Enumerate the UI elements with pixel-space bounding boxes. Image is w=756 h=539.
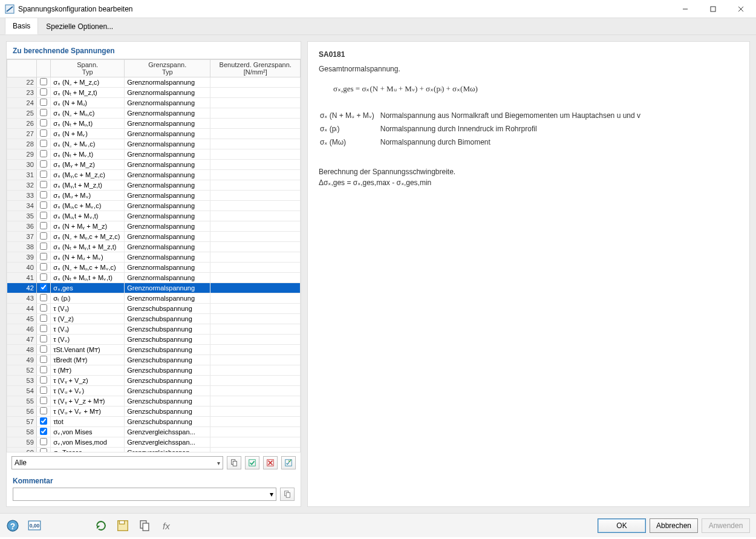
row-checkbox[interactable] xyxy=(40,304,47,312)
stress-type-cell[interactable]: σᵥ,Tresca xyxy=(51,448,125,452)
col-grenzspann-typ[interactable]: Grenzspann.Typ xyxy=(125,60,210,77)
row-checkbox-cell[interactable] xyxy=(36,335,50,345)
stress-type-cell[interactable]: σₓ (Mᵧ,c + M_z,c) xyxy=(51,170,125,180)
limit-type-cell[interactable]: Grenznormalspannung xyxy=(125,98,210,108)
stress-type-cell[interactable]: τBredt (Mᴛ) xyxy=(51,355,125,365)
row-checkbox-cell[interactable] xyxy=(36,304,50,314)
limit-type-cell[interactable]: Grenzschubspannung xyxy=(125,396,210,407)
user-limit-cell[interactable] xyxy=(210,88,301,98)
row-checkbox-cell[interactable] xyxy=(36,345,50,355)
stress-type-cell[interactable]: τ (Vᵥ) xyxy=(51,335,125,345)
user-limit-cell[interactable] xyxy=(210,427,301,437)
table-row[interactable]: 36σₓ (N + Mᵧ + M_z)Grenznormalspannung xyxy=(7,221,301,232)
table-row[interactable]: 56τ (Vᵤ + Vᵥ + Mᴛ)Grenzschubspannung xyxy=(7,407,301,417)
user-limit-cell[interactable] xyxy=(210,139,301,149)
user-limit-cell[interactable] xyxy=(210,180,301,191)
stress-type-cell[interactable]: σₓ (Nₜ + Mᵤ,t + Mᵥ,t) xyxy=(51,273,125,283)
row-checkbox-cell[interactable] xyxy=(36,221,50,232)
user-limit-cell[interactable] xyxy=(210,417,301,427)
row-checkbox[interactable] xyxy=(40,119,47,126)
row-checkbox[interactable] xyxy=(40,376,47,384)
stress-type-cell[interactable]: σₓ (N + Mᵥ) xyxy=(51,129,125,139)
limit-type-cell[interactable]: Grenzschubspannung xyxy=(125,314,210,324)
limit-type-cell[interactable]: Grenzschubspannung xyxy=(125,345,210,355)
user-limit-cell[interactable] xyxy=(210,273,301,283)
limit-type-cell[interactable]: Grenzvergleichsspan... xyxy=(125,448,210,452)
row-checkbox-cell[interactable] xyxy=(36,98,50,108)
stress-table-scroll[interactable]: Spann.Typ Grenzspann.Typ Benutzerd. Gren… xyxy=(7,59,301,452)
stress-type-cell[interactable]: σₓ (Nₜ + Mᵥ,t) xyxy=(51,149,125,160)
table-row[interactable]: 53τ (Vᵧ + V_z)Grenzschubspannung xyxy=(7,376,301,386)
row-checkbox[interactable] xyxy=(40,212,47,219)
row-checkbox[interactable] xyxy=(40,253,47,260)
stress-type-cell[interactable]: σₓ (Mᵧ,t + M_z,t) xyxy=(51,180,125,191)
tab-basis[interactable]: Basis xyxy=(5,18,38,34)
row-checkbox-cell[interactable] xyxy=(36,314,50,324)
row-checkbox-cell[interactable] xyxy=(36,180,50,191)
limit-type-cell[interactable]: Grenznormalspannung xyxy=(125,170,210,180)
function-icon[interactable]: fx xyxy=(160,519,173,532)
row-checkbox[interactable] xyxy=(40,335,47,342)
row-checkbox[interactable] xyxy=(40,273,47,281)
user-limit-cell[interactable] xyxy=(210,345,301,355)
stress-type-cell[interactable]: τ (Vᵤ + Vᵥ + Mᴛ) xyxy=(51,407,125,417)
table-row[interactable]: 30σₓ (Mᵧ + M_z)Grenznormalspannung xyxy=(7,160,301,170)
kommentar-insert-button[interactable] xyxy=(280,488,295,501)
table-row[interactable]: 43σₜ (pᵢ)Grenznormalspannung xyxy=(7,293,301,304)
row-checkbox-cell[interactable] xyxy=(36,263,50,273)
table-row[interactable]: 44τ (Vᵧ)Grenzschubspannung xyxy=(7,304,301,314)
row-checkbox-cell[interactable] xyxy=(36,365,50,376)
stress-type-cell[interactable]: σₓ (Mᵤ + Mᵥ) xyxy=(51,191,125,201)
user-limit-cell[interactable] xyxy=(210,324,301,335)
row-checkbox-cell[interactable] xyxy=(36,386,50,396)
row-checkbox[interactable] xyxy=(40,232,47,240)
limit-type-cell[interactable]: Grenznormalspannung xyxy=(125,232,210,242)
user-limit-cell[interactable] xyxy=(210,160,301,170)
user-limit-cell[interactable] xyxy=(210,448,301,452)
units-icon[interactable]: 0,00 xyxy=(28,519,41,532)
limit-type-cell[interactable]: Grenznormalspannung xyxy=(125,283,210,293)
row-checkbox-cell[interactable] xyxy=(36,242,50,252)
user-limit-cell[interactable] xyxy=(210,242,301,252)
col-spann-typ[interactable]: Spann.Typ xyxy=(51,60,125,77)
row-checkbox-cell[interactable] xyxy=(36,252,50,263)
filter-combo[interactable]: Alle ▾ xyxy=(11,456,223,469)
row-checkbox[interactable] xyxy=(40,160,47,168)
limit-type-cell[interactable]: Grenznormalspannung xyxy=(125,149,210,160)
table-row[interactable]: 33σₓ (Mᵤ + Mᵥ)Grenznormalspannung xyxy=(7,191,301,201)
maximize-button[interactable] xyxy=(699,0,727,18)
row-checkbox-cell[interactable] xyxy=(36,77,50,88)
limit-type-cell[interactable]: Grenznormalspannung xyxy=(125,293,210,304)
user-limit-cell[interactable] xyxy=(210,129,301,139)
stress-type-cell[interactable]: τ (Mᴛ) xyxy=(51,365,125,376)
row-checkbox-cell[interactable] xyxy=(36,417,50,427)
stress-type-cell[interactable]: σₓ (Nₜ + Mᵤ,t) xyxy=(51,119,125,129)
stress-type-cell[interactable]: σₓ (N꜀ + M_z,c) xyxy=(51,77,125,88)
row-checkbox-cell[interactable] xyxy=(36,108,50,119)
row-checkbox[interactable] xyxy=(40,181,47,188)
ok-button[interactable]: OK xyxy=(598,518,646,533)
limit-type-cell[interactable]: Grenznormalspannung xyxy=(125,221,210,232)
copy-button[interactable] xyxy=(227,456,241,469)
user-limit-cell[interactable] xyxy=(210,201,301,211)
row-checkbox-cell[interactable] xyxy=(36,119,50,129)
row-checkbox[interactable] xyxy=(40,99,47,106)
col-user-limit[interactable]: Benutzerd. Grenzspann.[N/mm²] xyxy=(210,60,301,77)
table-row[interactable]: 46τ (Vᵤ)Grenzschubspannung xyxy=(7,324,301,335)
user-limit-cell[interactable] xyxy=(210,355,301,365)
row-checkbox[interactable] xyxy=(40,201,47,209)
stress-type-cell[interactable]: σₓ (N + Mᵤ) xyxy=(51,98,125,108)
user-limit-cell[interactable] xyxy=(210,108,301,119)
kommentar-combo[interactable]: ▾ xyxy=(13,488,276,501)
cancel-button[interactable]: Abbrechen xyxy=(650,518,698,533)
save-config-icon[interactable] xyxy=(116,519,129,532)
user-limit-cell[interactable] xyxy=(210,304,301,314)
row-checkbox-cell[interactable] xyxy=(36,139,50,149)
table-row[interactable]: 52τ (Mᴛ)Grenzschubspannung xyxy=(7,365,301,376)
limit-type-cell[interactable]: Grenznormalspannung xyxy=(125,252,210,263)
table-row[interactable]: 58σᵥ,von MisesGrenzvergleichsspan... xyxy=(7,427,301,437)
row-checkbox-cell[interactable] xyxy=(36,88,50,98)
row-checkbox-cell[interactable] xyxy=(36,273,50,283)
table-row[interactable]: 35σₓ (Mᵤ,t + Mᵥ,t)Grenznormalspannung xyxy=(7,211,301,221)
table-row[interactable]: 22σₓ (N꜀ + M_z,c)Grenznormalspannung xyxy=(7,77,301,88)
